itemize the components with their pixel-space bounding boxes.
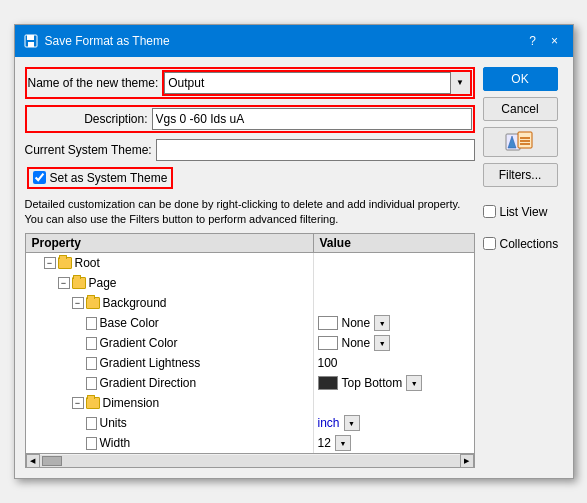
value-text: 12 bbox=[318, 436, 331, 450]
folder-icon bbox=[86, 397, 100, 409]
expand-icon[interactable]: − bbox=[72, 297, 84, 309]
set-as-system-label: Set as System Theme bbox=[50, 171, 168, 185]
tree-cell-property: Units bbox=[26, 413, 314, 433]
value-text: None bbox=[342, 316, 371, 330]
tree-row: Units inch ▼ bbox=[26, 413, 474, 433]
col-property-header: Property bbox=[26, 234, 314, 252]
scroll-track[interactable] bbox=[40, 455, 460, 467]
scroll-left-arrow[interactable]: ◀ bbox=[26, 454, 40, 468]
tree-row: − Background bbox=[26, 293, 474, 313]
close-button[interactable]: × bbox=[545, 31, 565, 51]
tree-row-label: Gradient Lightness bbox=[100, 356, 201, 370]
value-dropdown-btn[interactable]: ▼ bbox=[374, 315, 390, 331]
folder-icon bbox=[86, 297, 100, 309]
value-text: 100 bbox=[318, 356, 338, 370]
tree-cell-value bbox=[314, 273, 474, 293]
tree-cell-property: − Page bbox=[26, 273, 314, 293]
value-dropdown-btn[interactable]: ▼ bbox=[344, 415, 360, 431]
tree-cell-property: − Dimension bbox=[26, 393, 314, 413]
tree-table: Property Value − Root bbox=[25, 233, 475, 468]
filters-button[interactable]: Filters... bbox=[483, 163, 558, 187]
value-text: Top Bottom bbox=[342, 376, 403, 390]
name-dropdown-arrow[interactable]: ▼ bbox=[450, 72, 470, 94]
tree-table-header: Property Value bbox=[26, 234, 474, 253]
file-icon bbox=[86, 317, 97, 330]
collections-label: Collections bbox=[500, 237, 559, 251]
tree-row-label: Page bbox=[89, 276, 117, 290]
tree-row-label: Dimension bbox=[103, 396, 160, 410]
color-swatch[interactable] bbox=[318, 376, 338, 390]
name-row: Name of the new theme: ▼ bbox=[25, 67, 475, 99]
folder-icon bbox=[58, 257, 72, 269]
file-icon bbox=[86, 357, 97, 370]
value-dropdown-btn[interactable]: ▼ bbox=[406, 375, 422, 391]
tree-cell-property: Width bbox=[26, 433, 314, 453]
help-button[interactable]: ? bbox=[523, 31, 543, 51]
tree-cell-property: Gradient Lightness bbox=[26, 353, 314, 373]
tree-cell-property: − Background bbox=[26, 293, 314, 313]
dialog-save-format-as-theme: Save Format as Theme ? × Name of the new… bbox=[14, 24, 574, 480]
title-controls: ? × bbox=[523, 31, 565, 51]
dialog-title: Save Format as Theme bbox=[45, 34, 170, 48]
color-swatch[interactable] bbox=[318, 316, 338, 330]
tree-row: Gradient Direction Top Bottom ▼ bbox=[26, 373, 474, 393]
tree-row-label: Base Color bbox=[100, 316, 159, 330]
list-view-checkbox[interactable] bbox=[483, 205, 496, 218]
tree-row: Gradient Color None ▼ bbox=[26, 333, 474, 353]
tree-row-label: Root bbox=[75, 256, 100, 270]
tree-cell-value: 100 bbox=[314, 353, 474, 373]
value-dropdown-btn[interactable]: ▼ bbox=[374, 335, 390, 351]
tree-cell-value bbox=[314, 393, 474, 413]
title-bar: Save Format as Theme ? × bbox=[15, 25, 573, 57]
list-view-row: List View bbox=[483, 205, 563, 219]
expand-icon[interactable]: − bbox=[44, 257, 56, 269]
tree-cell-value: 12 ▼ bbox=[314, 433, 474, 453]
tree-cell-property: Base Color bbox=[26, 313, 314, 333]
tree-row: − Dimension bbox=[26, 393, 474, 413]
collections-row: Collections bbox=[483, 237, 563, 251]
info-text: Detailed customization can be done by ri… bbox=[25, 197, 475, 228]
value-dropdown-btn[interactable]: ▼ bbox=[335, 435, 351, 451]
system-theme-row: Current System Theme: bbox=[25, 139, 475, 161]
scroll-right-arrow[interactable]: ▶ bbox=[460, 454, 474, 468]
tree-row: − Page bbox=[26, 273, 474, 293]
tree-cell-value bbox=[314, 293, 474, 313]
collections-checkbox[interactable] bbox=[483, 237, 496, 250]
tree-body: − Root − Page bbox=[26, 253, 474, 453]
system-theme-label: Current System Theme: bbox=[25, 143, 152, 157]
set-as-system-checkbox[interactable] bbox=[33, 171, 46, 184]
tree-row-label: Gradient Direction bbox=[100, 376, 197, 390]
tree-row: Width 12 ▼ bbox=[26, 433, 474, 453]
cancel-button[interactable]: Cancel bbox=[483, 97, 558, 121]
left-panel: Name of the new theme: ▼ Description: Cu… bbox=[25, 67, 475, 469]
paint-icon bbox=[504, 130, 536, 154]
tree-cell-value: None ▼ bbox=[314, 313, 474, 333]
system-theme-input[interactable] bbox=[156, 139, 475, 161]
value-text: None bbox=[342, 336, 371, 350]
expand-icon[interactable]: − bbox=[58, 277, 70, 289]
icon-button[interactable] bbox=[483, 127, 558, 157]
tree-cell-value: None ▼ bbox=[314, 333, 474, 353]
list-view-label: List View bbox=[500, 205, 548, 219]
name-label: Name of the new theme: bbox=[28, 76, 159, 90]
file-icon bbox=[86, 417, 97, 430]
tree-cell-value: inch ▼ bbox=[314, 413, 474, 433]
scroll-thumb[interactable] bbox=[42, 456, 62, 466]
file-icon bbox=[86, 337, 97, 350]
folder-icon bbox=[72, 277, 86, 289]
ok-button[interactable]: OK bbox=[483, 67, 558, 91]
description-input[interactable] bbox=[152, 108, 472, 130]
tree-row: Gradient Lightness 100 bbox=[26, 353, 474, 373]
tree-row-label: Width bbox=[100, 436, 131, 450]
set-as-system-row: Set as System Theme bbox=[27, 167, 174, 189]
tree-cell-value: Top Bottom ▼ bbox=[314, 373, 474, 393]
tree-row-label: Units bbox=[100, 416, 127, 430]
file-icon bbox=[86, 437, 97, 450]
color-swatch[interactable] bbox=[318, 336, 338, 350]
file-icon bbox=[86, 377, 97, 390]
svg-rect-1 bbox=[27, 35, 34, 40]
tree-row: Base Color None ▼ bbox=[26, 313, 474, 333]
expand-icon[interactable]: − bbox=[72, 397, 84, 409]
svg-rect-4 bbox=[518, 132, 532, 148]
name-input[interactable] bbox=[164, 72, 449, 94]
